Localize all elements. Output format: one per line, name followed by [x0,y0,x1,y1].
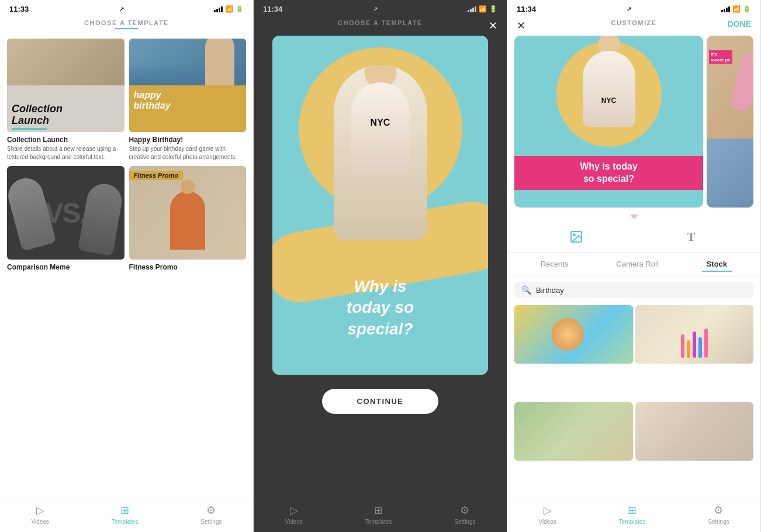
screen-1-choose-template: 11:33 ↗ 📶 🔋 CHOOSE A TEMPLATE [0,0,254,532]
template-info-collection: Collection Launch Share details about a … [7,136,124,161]
time-3: 11:34 [517,5,536,13]
image-tool-icon[interactable] [566,226,587,247]
scroll-indicator [507,212,760,222]
person-nyc-label: NYC [351,118,410,128]
bar3 [219,8,220,12]
bar1 [214,10,216,12]
photo-thumb-3[interactable] [514,402,633,461]
bottom-nav-2: ▷ Videos ⊞ Templates ⚙ Settings [254,499,507,532]
template-card-fitness[interactable]: Fitness Promo Fitness Promo [129,166,247,271]
cust-main-preview: NYC Why is today so special? [514,36,703,208]
nav-header-1: CHOOSE A TEMPLATE [0,16,253,34]
status-icons-3: 📶 🔋 [721,5,751,13]
templates-icon-3: ⊞ [628,504,637,517]
battery-icon-1: 🔋 [236,5,244,13]
nav-settings-1[interactable]: ⚙ Settings [200,504,222,525]
time-1: 11:33 [9,5,29,13]
side-pink-label: It's sweet pe [709,50,732,64]
videos-icon-1: ▷ [36,504,44,517]
location-icon-1: ↗ [119,6,124,12]
template-card-collection[interactable]: Collection Launch Collection Launch Shar… [7,39,124,161]
bar4 [221,6,223,12]
settings-label-3: Settings [708,519,729,525]
bar3c [726,8,728,12]
wifi-icon-3: 📶 [732,5,741,13]
bar4b [475,6,476,12]
nav-videos-2[interactable]: ▷ Videos [285,504,302,525]
cust-why-text: Why is today so special? [514,156,703,190]
bar2c [724,9,725,12]
search-input[interactable] [536,286,746,295]
tab-stock[interactable]: Stock [702,257,732,272]
settings-label-2: Settings [454,519,475,525]
wifi-icon-1: 📶 [225,5,233,13]
thumb-bottom: Collection Launch [7,85,124,132]
thumb-collection: Collection Launch [7,39,124,132]
videos-label-3: Videos [538,519,556,525]
preview-person: NYC [322,53,439,240]
done-button-3[interactable]: DONE [728,19,751,29]
person-torso: NYC [351,82,410,176]
settings-label-1: Settings [200,519,222,525]
title-underline-1 [115,28,139,29]
collection-underline [12,128,47,130]
bottom-nav-1: ▷ Videos ⊞ Templates ⚙ Settings [0,499,253,532]
nav-templates-3[interactable]: ⊞ Templates [619,504,646,525]
template-card-birthday[interactable]: happy birthday Happy Birthday! Step up y… [129,39,247,161]
photo-thumb-4[interactable] [635,402,754,461]
bday-bottom: happy birthday [129,85,247,132]
time-2: 11:34 [263,5,282,13]
settings-icon-3: ⚙ [714,504,723,517]
bday-top [129,39,247,85]
settings-icon-2: ⚙ [460,504,469,517]
template-card-vs[interactable]: VS. Comparison Meme [7,166,124,271]
signal-bars-1 [214,6,223,12]
cust-side-preview: It's sweet pe [707,36,753,208]
close-button-2[interactable]: ✕ [489,19,497,32]
templates-label-1: Templates [112,519,139,525]
bar4c [728,6,730,12]
cust-torso: NYC [583,51,635,127]
tab-camera-roll[interactable]: Camera Roll [612,257,663,272]
bar2 [216,9,218,12]
thumb-vs: VS. [7,166,124,260]
preview-tagline: Why is today so special? [272,276,488,340]
nav-videos-3[interactable]: ▷ Videos [538,504,556,525]
template-grid-container: Collection Launch Collection Launch Shar… [0,34,253,499]
nav-templates-1[interactable]: ⊞ Templates [112,504,139,525]
search-icon: 🔍 [521,285,531,295]
template-title-vs: Comparison Meme [7,263,124,271]
template-desc-collection: Share details about a new release using … [7,145,124,161]
battery-icon-2: 🔋 [489,5,497,13]
tab-recents[interactable]: Recents [536,257,573,272]
nav-settings-2[interactable]: ⚙ Settings [454,504,475,525]
status-icons-1: 📶 🔋 [214,5,244,13]
person-silhouette: NYC [334,65,427,240]
videos-label-2: Videos [285,519,302,525]
tool-bar: T [507,222,760,253]
bar1c [721,10,723,12]
continue-button[interactable]: CONTINUE [322,389,439,414]
x-button-3[interactable]: ✕ [517,19,525,32]
side-bottom [707,139,753,208]
template-info-birthday: Happy Birthday! Step up your birthday ca… [129,136,247,161]
bar1b [468,10,469,12]
signal-bars-3 [721,6,730,12]
bottom-nav-3: ▷ Videos ⊞ Templates ⚙ Settings [507,499,760,532]
nav-videos-1[interactable]: ▷ Videos [31,504,49,525]
template-info-fitness: Fitness Promo [129,263,247,271]
page-title-2: CHOOSE A TEMPLATE [338,19,423,26]
continue-btn-wrapper: CONTINUE [254,389,507,414]
photo-thumb-2[interactable] [635,305,754,364]
bday-label: happy birthday [134,90,171,111]
text-tool-icon[interactable]: T [681,226,702,247]
templates-icon-1: ⊞ [120,504,129,517]
photo-thumb-1[interactable] [514,305,633,364]
candles-placeholder [635,305,754,364]
template-title-birthday: Happy Birthday! [129,136,247,144]
template-grid: Collection Launch Collection Launch Shar… [7,39,246,271]
nav-templates-2[interactable]: ⊞ Templates [365,504,392,525]
bar2b [470,9,472,12]
location-icon-2: ↗ [373,6,378,12]
nav-settings-3[interactable]: ⚙ Settings [708,504,729,525]
